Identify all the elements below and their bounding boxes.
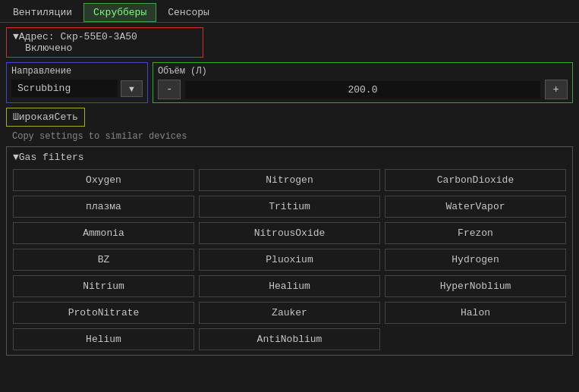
gas-btn-плазма[interactable]: плазма [13, 196, 194, 218]
gas-btn-helium[interactable]: Helium [13, 328, 194, 350]
direction-block: Направление Scrubbing ▼ [6, 62, 148, 103]
gas-btn-nitrousoxide[interactable]: NitrousOxide [199, 222, 380, 244]
gas-btn-oxygen[interactable]: Oxygen [13, 169, 194, 191]
gas-btn-zauker[interactable]: Zauker [199, 302, 380, 324]
gas-btn-frezon[interactable]: Frezon [385, 222, 566, 244]
network-block[interactable]: ШирокаяСеть [6, 108, 85, 127]
gas-grid: OxygenNitrogenCarbonDioxideплазмаTritium… [13, 169, 566, 350]
volume-plus-btn[interactable]: + [545, 80, 568, 99]
tabs-bar: Вентиляции Скрубберы Сенсоры [0, 0, 579, 23]
gas-btn-hydrogen[interactable]: Hydrogen [385, 249, 566, 271]
tab-sensors[interactable]: Сенсоры [158, 3, 219, 22]
tab-ventilation[interactable]: Вентиляции [3, 3, 82, 22]
address-status: Включено [13, 42, 197, 54]
volume-input[interactable] [185, 81, 540, 99]
address-block: ▼Адрес: Скр-55E0-3A50 Включено [6, 27, 203, 58]
gas-btn-hypernoblium[interactable]: HyperNoblium [385, 275, 566, 297]
gas-btn-halon[interactable]: Halon [385, 302, 566, 324]
direction-dropdown-btn[interactable]: ▼ [121, 80, 143, 97]
controls-row: Направление Scrubbing ▼ Объём (Л) - + [6, 62, 573, 103]
volume-block: Объём (Л) - + [153, 62, 573, 103]
gas-btn-antinoblium[interactable]: AntiNoblium [199, 328, 380, 350]
gas-btn-ammonia[interactable]: Ammonia [13, 222, 194, 244]
copy-settings-btn[interactable]: Copy settings to similar devices [6, 130, 573, 146]
gas-btn-nitrium[interactable]: Nitrium [13, 275, 194, 297]
tab-scrubbers[interactable]: Скрубберы [83, 3, 156, 22]
gas-btn-tritium[interactable]: Tritium [199, 196, 380, 218]
volume-label: Объём (Л) [158, 66, 568, 77]
direction-label: Направление [11, 66, 143, 77]
gas-filters-section: ▼Gas filters OxygenNitrogenCarbonDioxide… [6, 146, 573, 356]
main-container: ▼Адрес: Скр-55E0-3A50 Включено Направлен… [0, 23, 579, 360]
gas-btn-watervapor[interactable]: WaterVapor [385, 196, 566, 218]
gas-btn-carbondioxide[interactable]: CarbonDioxide [385, 169, 566, 191]
direction-value: Scrubbing [11, 80, 118, 97]
volume-minus-btn[interactable]: - [158, 80, 181, 99]
gas-filters-title: ▼Gas filters [13, 152, 566, 163]
gas-btn-healium[interactable]: Healium [199, 275, 380, 297]
volume-row: - + [158, 80, 568, 99]
select-row: Scrubbing ▼ [11, 80, 143, 97]
gas-btn-bz[interactable]: BZ [13, 249, 194, 271]
gas-btn-pluoxium[interactable]: Pluoxium [199, 249, 380, 271]
gas-btn-protonitrate[interactable]: ProtoNitrate [13, 302, 194, 324]
gas-btn-nitrogen[interactable]: Nitrogen [199, 169, 380, 191]
address-title: ▼Адрес: Скр-55E0-3A50 [13, 31, 197, 42]
